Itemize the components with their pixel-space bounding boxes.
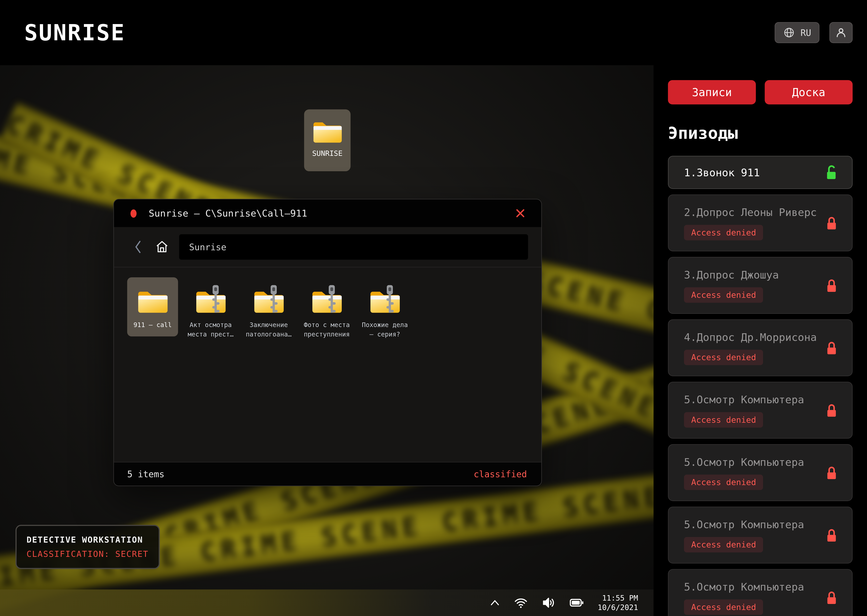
taskbar-date: 10/6/2021 xyxy=(597,603,638,612)
classification-label: CLASSIFICATION: SECRET xyxy=(27,549,148,559)
zip-folder-icon xyxy=(367,284,402,315)
board-button[interactable]: Доска xyxy=(765,80,853,104)
episode-card-2[interactable]: 2.Допрос Леоны Риверс Access denied xyxy=(668,195,853,251)
lock-closed-icon xyxy=(826,215,838,230)
profile-button[interactable] xyxy=(829,22,853,43)
taskbar-clock[interactable]: 11:55 PM 10/6/2021 xyxy=(597,593,638,612)
episode-title: 5.Осмотр Компьютера xyxy=(684,518,837,530)
episode-card-8[interactable]: 5.Осмотр Компьютера Access denied xyxy=(668,569,853,616)
back-button[interactable] xyxy=(132,240,144,254)
access-denied-badge: Access denied xyxy=(684,288,763,303)
episode-card-6[interactable]: 5.Осмотр Компьютера Access denied xyxy=(668,444,853,501)
episode-card-4[interactable]: 4.Допрос Др.Моррисона Access denied xyxy=(668,319,853,376)
lock-closed-icon xyxy=(826,528,838,542)
address-input[interactable] xyxy=(179,234,528,260)
sidebar-buttons: Записи Доска xyxy=(668,80,853,104)
access-denied-badge: Access denied xyxy=(684,475,763,490)
wifi-button[interactable] xyxy=(514,597,528,609)
folder-icon xyxy=(310,137,345,147)
access-denied-badge: Access denied xyxy=(684,599,763,615)
desktop-shortcut-label: SUNRISE xyxy=(304,149,350,157)
wifi-icon xyxy=(514,602,528,610)
episodes-sidebar: Записи Доска Эпизоды 1.Звонок 911 2.Допр… xyxy=(654,0,867,616)
speaker-icon xyxy=(541,603,556,611)
episodes-heading: Эпизоды xyxy=(668,123,853,142)
battery-button[interactable] xyxy=(569,597,585,609)
episode-title: 5.Осмотр Компьютера xyxy=(684,456,837,468)
episode-card-5[interactable]: 5.Осмотр Компьютера Access denied xyxy=(668,382,853,439)
episode-title: 4.Допрос Др.Моррисона xyxy=(684,331,837,343)
person-icon xyxy=(835,27,847,39)
file-label: Фото с места преступления xyxy=(303,321,351,339)
episode-card-3[interactable]: 3.Допрос Джошуа Access denied xyxy=(668,257,853,314)
window-title: Sunrise – C\Sunrise\Call–911 xyxy=(149,208,307,219)
lock-closed-icon xyxy=(826,403,838,418)
file-item-1[interactable]: 911 – call xyxy=(127,277,178,336)
file-item-4[interactable]: Фото с места преступления xyxy=(301,277,352,346)
system-tray xyxy=(489,596,585,610)
window-status-bar: 5 items classified xyxy=(114,462,541,486)
file-label: 911 – call xyxy=(128,321,177,330)
file-item-3[interactable]: Заключение патологоана… xyxy=(243,277,294,346)
classified-label: classified xyxy=(474,469,527,479)
globe-icon xyxy=(783,27,795,39)
zip-folder-icon xyxy=(251,284,286,315)
items-count: 5 items xyxy=(127,469,165,479)
top-bar: SUNRISE RU xyxy=(0,0,867,65)
episode-title: 5.Осмотр Компьютера xyxy=(684,393,837,405)
taskbar: 11:55 PM 10/6/2021 xyxy=(0,589,654,616)
close-button[interactable] xyxy=(512,206,528,221)
window-toolbar xyxy=(114,227,541,267)
file-label: Похожие дела – серия? xyxy=(361,321,409,339)
episode-card-1[interactable]: 1.Звонок 911 xyxy=(668,156,853,189)
lock-closed-icon xyxy=(826,590,838,605)
episode-title: 1.Звонок 911 xyxy=(684,166,760,178)
top-actions: RU xyxy=(774,22,853,43)
home-button[interactable] xyxy=(155,240,169,254)
episode-title: 2.Допрос Леоны Риверс xyxy=(684,206,837,218)
episode-list: 1.Звонок 911 2.Допрос Леоны Риверс Acces… xyxy=(668,156,853,616)
file-item-2[interactable]: Акт осмотра места прест… xyxy=(185,277,236,346)
desktop-shortcut-sunrise[interactable]: SUNRISE xyxy=(304,110,350,171)
home-icon xyxy=(155,247,169,256)
file-item-5[interactable]: Похожие дела – серия? xyxy=(359,277,410,346)
lock-closed-icon xyxy=(826,465,838,480)
lock-closed-icon xyxy=(826,340,838,355)
file-list: 911 – call Акт осмотра места прест… Закл… xyxy=(114,267,541,462)
record-dot-icon xyxy=(131,209,137,217)
folder-icon xyxy=(135,284,170,315)
language-button[interactable]: RU xyxy=(774,22,820,43)
screen: CRIME SCENE CRIME SCENE CRIME SCENE CRIM… xyxy=(0,0,867,616)
file-label: Акт осмотра места прест… xyxy=(186,321,235,339)
file-label: Заключение патологоана… xyxy=(244,321,293,339)
window-title-bar[interactable]: Sunrise – C\Sunrise\Call–911 xyxy=(114,200,541,227)
zip-folder-icon xyxy=(309,284,344,315)
access-denied-badge: Access denied xyxy=(684,350,763,365)
lock-open-icon xyxy=(824,164,838,181)
chevron-up-icon xyxy=(489,601,500,610)
app-logo: SUNRISE xyxy=(24,20,125,45)
battery-icon xyxy=(569,602,585,610)
language-label: RU xyxy=(801,27,811,38)
episode-title: 5.Осмотр Компьютера xyxy=(684,581,837,593)
close-icon xyxy=(515,212,526,220)
access-denied-badge: Access denied xyxy=(684,225,763,240)
taskbar-time: 11:55 PM xyxy=(597,593,638,603)
lock-closed-icon xyxy=(826,278,838,293)
workstation-title: DETECTIVE WORKSTATION xyxy=(27,535,148,545)
volume-button[interactable] xyxy=(541,596,556,610)
tray-expand-button[interactable] xyxy=(489,598,500,608)
workstation-badge: DETECTIVE WORKSTATION CLASSIFICATION: SE… xyxy=(16,525,159,569)
access-denied-badge: Access denied xyxy=(684,412,763,427)
episode-card-7[interactable]: 5.Осмотр Компьютера Access denied xyxy=(668,506,853,563)
records-button[interactable]: Записи xyxy=(668,80,756,104)
episode-title: 3.Допрос Джошуа xyxy=(684,269,837,281)
zip-folder-icon xyxy=(193,284,229,315)
access-denied-badge: Access denied xyxy=(684,537,763,552)
file-explorer-window: Sunrise – C\Sunrise\Call–911 xyxy=(113,199,542,486)
chevron-left-icon xyxy=(132,247,144,256)
